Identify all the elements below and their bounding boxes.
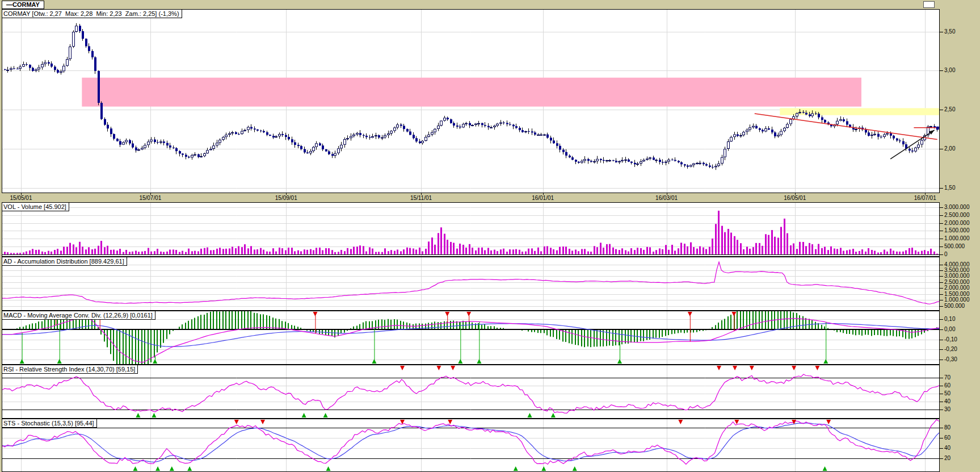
volume-y-axis: 3.000.0002.500.0002.000.0001.500.0001.00…: [940, 202, 980, 257]
y-tick-mark: [940, 247, 943, 247]
y-tick-mark: [940, 329, 943, 330]
chart-window-tab[interactable]: —CORMAY: [2, 1, 44, 9]
y-tick-label: -0,10: [944, 336, 957, 342]
y-tick-label: 3.000.000: [944, 204, 970, 210]
rsi-plot-canvas[interactable]: [2, 365, 939, 418]
macd-panel: MACD - Moving Average Conv. Div. (12,26,…: [0, 311, 980, 365]
y-tick-label: 3,00: [944, 67, 955, 73]
sts-plot-canvas[interactable]: [2, 419, 939, 471]
y-tick-label: 3,50: [944, 28, 955, 35]
y-tick-label: 500.000: [944, 243, 965, 249]
sts-panel-title: STS - Stochastic (15,3,5) [95,44]: [2, 419, 97, 428]
y-tick-label: 3.000.000: [944, 273, 970, 279]
x-axis-label: 16/05/01: [778, 195, 812, 201]
y-tick-mark: [940, 428, 943, 428]
chart-window-tab-label: —CORMAY: [6, 1, 40, 8]
volume-panel: VOL - Volume [45.902] 3.000.0002.500.000…: [0, 202, 980, 257]
y-tick-mark: [940, 265, 943, 265]
y-tick-mark: [940, 394, 943, 394]
accumulation-distribution-panel: AD - Accumulation Distribution [889.429,…: [0, 257, 980, 311]
y-tick-mark: [940, 32, 943, 32]
macd-y-axis: 0,100,00-0,10-0,20-0,30: [940, 311, 980, 365]
ad-plot-canvas[interactable]: [2, 257, 939, 310]
y-tick-label: 80: [944, 424, 950, 431]
y-tick-mark: [940, 276, 943, 277]
price-panel-title: CORMAY [Otw.: 2,27 Max: 2,28 Min: 2,23 Z…: [2, 10, 182, 18]
price-plot-canvas[interactable]: [2, 10, 939, 193]
y-tick-mark: [940, 306, 943, 307]
y-tick-mark: [940, 349, 943, 350]
window-top-strip: —CORMAY: [0, 0, 980, 9]
y-tick-label: 20: [944, 455, 950, 461]
y-tick-mark: [940, 239, 943, 239]
x-axis-label: 15/09/01: [269, 195, 303, 201]
ad-y-axis: 4.000.0003.500.0003.000.0002.500.0002.00…: [940, 257, 980, 311]
x-axis-label: 16/03/01: [650, 195, 684, 201]
y-tick-mark: [940, 70, 943, 71]
y-tick-mark: [940, 378, 943, 378]
stochastic-panel: STS - Stochastic (15,3,5) [95,44] 806040…: [0, 419, 980, 472]
ad-panel-title: AD - Accumulation Distribution [889.429,…: [2, 257, 127, 266]
y-tick-label: -0,30: [944, 356, 957, 362]
y-tick-mark: [940, 215, 943, 216]
x-axis-label: 15/05/01: [4, 195, 38, 201]
y-tick-label: 60: [944, 382, 950, 389]
y-tick-label: 60: [944, 435, 950, 441]
volume-panel-title: VOL - Volume [45.902]: [2, 203, 69, 211]
y-tick-mark: [940, 402, 943, 402]
y-tick-mark: [940, 448, 943, 449]
y-tick-label: 0,10: [944, 316, 955, 322]
y-tick-mark: [940, 458, 943, 459]
macd-panel-title: MACD - Moving Average Conv. Div. (12,26,…: [2, 311, 155, 320]
price-y-axis: 3,503,002,502,001,50: [940, 9, 980, 193]
y-tick-label: 0,00: [944, 326, 955, 332]
y-tick-mark: [940, 438, 943, 438]
y-tick-label: 50: [944, 390, 950, 396]
y-tick-label: -0,20: [944, 346, 957, 352]
y-tick-mark: [940, 386, 943, 386]
y-tick-mark: [940, 188, 943, 189]
y-tick-mark: [940, 410, 943, 410]
y-tick-label: 2.500.000: [944, 212, 970, 218]
charting-application: —CORMAY CORMAY [Otw.: 2,27 Max: 2,28 Min…: [0, 0, 980, 472]
y-tick-mark: [940, 207, 943, 208]
y-tick-label: 70: [944, 374, 950, 381]
y-tick-label: 2.000.000: [944, 220, 970, 226]
y-tick-mark: [940, 300, 943, 300]
x-axis-label: 16/07/01: [908, 195, 942, 201]
y-tick-label: 2,50: [944, 106, 955, 112]
y-tick-mark: [940, 319, 943, 320]
y-tick-label: 40: [944, 445, 950, 451]
y-tick-mark: [940, 282, 943, 283]
minimized-window-box[interactable]: [923, 1, 935, 8]
x-axis-label: 15/07/01: [133, 195, 167, 201]
y-tick-mark: [940, 340, 943, 340]
rsi-panel: RSI - Relative Strength Index (14,30,70)…: [0, 365, 980, 419]
y-tick-label: 1,50: [944, 185, 955, 191]
y-tick-mark: [940, 360, 943, 360]
y-tick-label: 2,00: [944, 145, 955, 152]
y-tick-label: 2.000.000: [944, 285, 970, 291]
y-tick-mark: [940, 149, 943, 149]
rsi-y-axis: 7060504030: [940, 365, 980, 419]
volume-plot-canvas[interactable]: [2, 203, 939, 256]
date-axis: 15/05/0115/07/0115/09/0115/11/0116/01/01…: [0, 193, 980, 202]
y-tick-mark: [940, 223, 943, 224]
rsi-panel-title: RSI - Relative Strength Index (14,30,70)…: [2, 365, 138, 374]
y-tick-mark: [940, 288, 943, 289]
y-tick-mark: [940, 231, 943, 231]
y-tick-label: 500.000: [944, 303, 965, 309]
y-tick-label: 1.000.000: [944, 235, 970, 241]
y-tick-mark: [940, 270, 943, 271]
y-tick-mark: [940, 110, 943, 110]
y-tick-label: 40: [944, 398, 950, 404]
y-tick-mark: [940, 254, 943, 255]
x-axis-label: 16/01/01: [526, 195, 560, 201]
y-tick-label: 1.000.000: [944, 296, 970, 303]
x-axis-label: 15/11/01: [404, 195, 438, 201]
y-tick-label: 30: [944, 406, 950, 412]
y-tick-mark: [940, 294, 943, 295]
y-tick-label: 1.500.000: [944, 227, 970, 233]
sts-y-axis: 80604020: [940, 419, 980, 472]
price-panel: CORMAY [Otw.: 2,27 Max: 2,28 Min: 2,23 Z…: [0, 9, 980, 193]
